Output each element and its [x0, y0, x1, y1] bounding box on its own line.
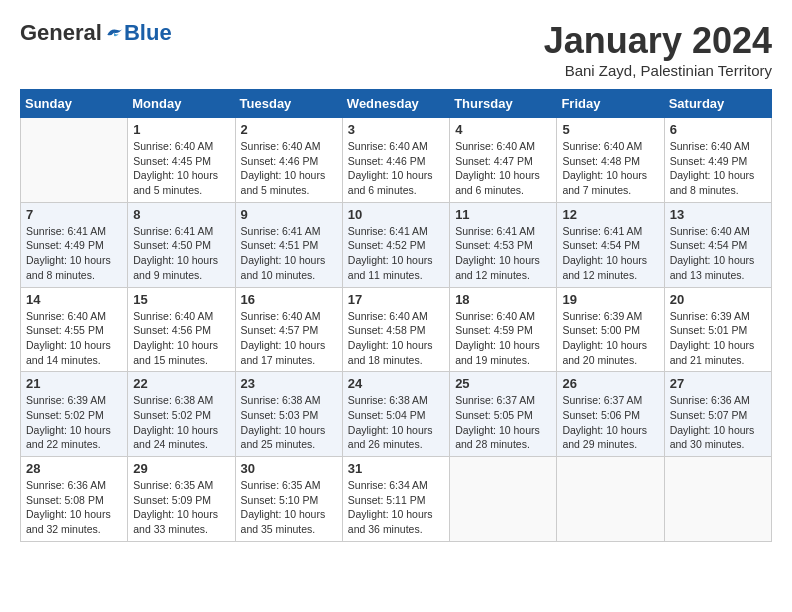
day-number: 24	[348, 376, 444, 391]
day-info: Sunrise: 6:41 AMSunset: 4:52 PMDaylight:…	[348, 224, 444, 283]
column-header-tuesday: Tuesday	[235, 90, 342, 118]
day-number: 8	[133, 207, 229, 222]
day-info: Sunrise: 6:39 AMSunset: 5:02 PMDaylight:…	[26, 393, 122, 452]
day-number: 16	[241, 292, 337, 307]
calendar-cell: 20Sunrise: 6:39 AMSunset: 5:01 PMDayligh…	[664, 287, 771, 372]
day-number: 13	[670, 207, 766, 222]
day-number: 30	[241, 461, 337, 476]
day-info: Sunrise: 6:40 AMSunset: 4:59 PMDaylight:…	[455, 309, 551, 368]
day-info: Sunrise: 6:40 AMSunset: 4:45 PMDaylight:…	[133, 139, 229, 198]
calendar-cell: 8Sunrise: 6:41 AMSunset: 4:50 PMDaylight…	[128, 202, 235, 287]
day-number: 29	[133, 461, 229, 476]
calendar-header-row: SundayMondayTuesdayWednesdayThursdayFrid…	[21, 90, 772, 118]
day-info: Sunrise: 6:38 AMSunset: 5:02 PMDaylight:…	[133, 393, 229, 452]
calendar-cell: 22Sunrise: 6:38 AMSunset: 5:02 PMDayligh…	[128, 372, 235, 457]
day-number: 23	[241, 376, 337, 391]
day-number: 3	[348, 122, 444, 137]
day-number: 15	[133, 292, 229, 307]
day-info: Sunrise: 6:41 AMSunset: 4:54 PMDaylight:…	[562, 224, 658, 283]
calendar-cell: 13Sunrise: 6:40 AMSunset: 4:54 PMDayligh…	[664, 202, 771, 287]
calendar-cell: 9Sunrise: 6:41 AMSunset: 4:51 PMDaylight…	[235, 202, 342, 287]
day-info: Sunrise: 6:38 AMSunset: 5:04 PMDaylight:…	[348, 393, 444, 452]
day-info: Sunrise: 6:39 AMSunset: 5:00 PMDaylight:…	[562, 309, 658, 368]
day-number: 4	[455, 122, 551, 137]
calendar-cell: 5Sunrise: 6:40 AMSunset: 4:48 PMDaylight…	[557, 118, 664, 203]
day-number: 22	[133, 376, 229, 391]
day-number: 10	[348, 207, 444, 222]
day-number: 21	[26, 376, 122, 391]
month-title: January 2024	[544, 20, 772, 62]
day-number: 14	[26, 292, 122, 307]
day-number: 20	[670, 292, 766, 307]
calendar-table: SundayMondayTuesdayWednesdayThursdayFrid…	[20, 89, 772, 542]
calendar-cell: 1Sunrise: 6:40 AMSunset: 4:45 PMDaylight…	[128, 118, 235, 203]
calendar-cell: 28Sunrise: 6:36 AMSunset: 5:08 PMDayligh…	[21, 457, 128, 542]
calendar-cell: 6Sunrise: 6:40 AMSunset: 4:49 PMDaylight…	[664, 118, 771, 203]
calendar-cell: 15Sunrise: 6:40 AMSunset: 4:56 PMDayligh…	[128, 287, 235, 372]
calendar-cell: 18Sunrise: 6:40 AMSunset: 4:59 PMDayligh…	[450, 287, 557, 372]
day-info: Sunrise: 6:40 AMSunset: 4:54 PMDaylight:…	[670, 224, 766, 283]
day-number: 26	[562, 376, 658, 391]
day-info: Sunrise: 6:40 AMSunset: 4:56 PMDaylight:…	[133, 309, 229, 368]
day-number: 5	[562, 122, 658, 137]
day-number: 27	[670, 376, 766, 391]
week-row-4: 21Sunrise: 6:39 AMSunset: 5:02 PMDayligh…	[21, 372, 772, 457]
day-info: Sunrise: 6:37 AMSunset: 5:05 PMDaylight:…	[455, 393, 551, 452]
calendar-cell: 7Sunrise: 6:41 AMSunset: 4:49 PMDaylight…	[21, 202, 128, 287]
calendar-cell: 23Sunrise: 6:38 AMSunset: 5:03 PMDayligh…	[235, 372, 342, 457]
day-number: 9	[241, 207, 337, 222]
day-number: 1	[133, 122, 229, 137]
calendar-cell	[21, 118, 128, 203]
calendar-cell: 10Sunrise: 6:41 AMSunset: 4:52 PMDayligh…	[342, 202, 449, 287]
day-info: Sunrise: 6:41 AMSunset: 4:53 PMDaylight:…	[455, 224, 551, 283]
column-header-saturday: Saturday	[664, 90, 771, 118]
calendar-cell: 19Sunrise: 6:39 AMSunset: 5:00 PMDayligh…	[557, 287, 664, 372]
calendar-cell: 30Sunrise: 6:35 AMSunset: 5:10 PMDayligh…	[235, 457, 342, 542]
day-info: Sunrise: 6:40 AMSunset: 4:58 PMDaylight:…	[348, 309, 444, 368]
day-number: 7	[26, 207, 122, 222]
week-row-1: 1Sunrise: 6:40 AMSunset: 4:45 PMDaylight…	[21, 118, 772, 203]
day-info: Sunrise: 6:40 AMSunset: 4:46 PMDaylight:…	[348, 139, 444, 198]
day-number: 19	[562, 292, 658, 307]
day-info: Sunrise: 6:34 AMSunset: 5:11 PMDaylight:…	[348, 478, 444, 537]
calendar-cell: 3Sunrise: 6:40 AMSunset: 4:46 PMDaylight…	[342, 118, 449, 203]
logo-bird-icon	[104, 23, 124, 43]
day-info: Sunrise: 6:40 AMSunset: 4:57 PMDaylight:…	[241, 309, 337, 368]
day-number: 28	[26, 461, 122, 476]
calendar-cell: 25Sunrise: 6:37 AMSunset: 5:05 PMDayligh…	[450, 372, 557, 457]
week-row-3: 14Sunrise: 6:40 AMSunset: 4:55 PMDayligh…	[21, 287, 772, 372]
calendar-cell: 21Sunrise: 6:39 AMSunset: 5:02 PMDayligh…	[21, 372, 128, 457]
location-subtitle: Bani Zayd, Palestinian Territory	[544, 62, 772, 79]
calendar-cell	[557, 457, 664, 542]
day-info: Sunrise: 6:35 AMSunset: 5:10 PMDaylight:…	[241, 478, 337, 537]
calendar-cell: 29Sunrise: 6:35 AMSunset: 5:09 PMDayligh…	[128, 457, 235, 542]
calendar-cell: 26Sunrise: 6:37 AMSunset: 5:06 PMDayligh…	[557, 372, 664, 457]
calendar-cell: 16Sunrise: 6:40 AMSunset: 4:57 PMDayligh…	[235, 287, 342, 372]
day-info: Sunrise: 6:36 AMSunset: 5:07 PMDaylight:…	[670, 393, 766, 452]
day-number: 2	[241, 122, 337, 137]
day-number: 12	[562, 207, 658, 222]
day-number: 11	[455, 207, 551, 222]
column-header-friday: Friday	[557, 90, 664, 118]
day-number: 17	[348, 292, 444, 307]
day-info: Sunrise: 6:38 AMSunset: 5:03 PMDaylight:…	[241, 393, 337, 452]
day-info: Sunrise: 6:40 AMSunset: 4:55 PMDaylight:…	[26, 309, 122, 368]
column-header-sunday: Sunday	[21, 90, 128, 118]
logo-blue-text: Blue	[124, 20, 172, 46]
calendar-cell: 4Sunrise: 6:40 AMSunset: 4:47 PMDaylight…	[450, 118, 557, 203]
day-info: Sunrise: 6:35 AMSunset: 5:09 PMDaylight:…	[133, 478, 229, 537]
day-info: Sunrise: 6:40 AMSunset: 4:49 PMDaylight:…	[670, 139, 766, 198]
day-info: Sunrise: 6:40 AMSunset: 4:47 PMDaylight:…	[455, 139, 551, 198]
day-number: 6	[670, 122, 766, 137]
page-header: General Blue January 2024 Bani Zayd, Pal…	[20, 20, 772, 79]
day-info: Sunrise: 6:37 AMSunset: 5:06 PMDaylight:…	[562, 393, 658, 452]
calendar-cell	[664, 457, 771, 542]
column-header-wednesday: Wednesday	[342, 90, 449, 118]
calendar-cell: 12Sunrise: 6:41 AMSunset: 4:54 PMDayligh…	[557, 202, 664, 287]
column-header-thursday: Thursday	[450, 90, 557, 118]
day-info: Sunrise: 6:39 AMSunset: 5:01 PMDaylight:…	[670, 309, 766, 368]
week-row-2: 7Sunrise: 6:41 AMSunset: 4:49 PMDaylight…	[21, 202, 772, 287]
logo-general-text: General	[20, 20, 102, 46]
day-number: 31	[348, 461, 444, 476]
calendar-cell: 14Sunrise: 6:40 AMSunset: 4:55 PMDayligh…	[21, 287, 128, 372]
